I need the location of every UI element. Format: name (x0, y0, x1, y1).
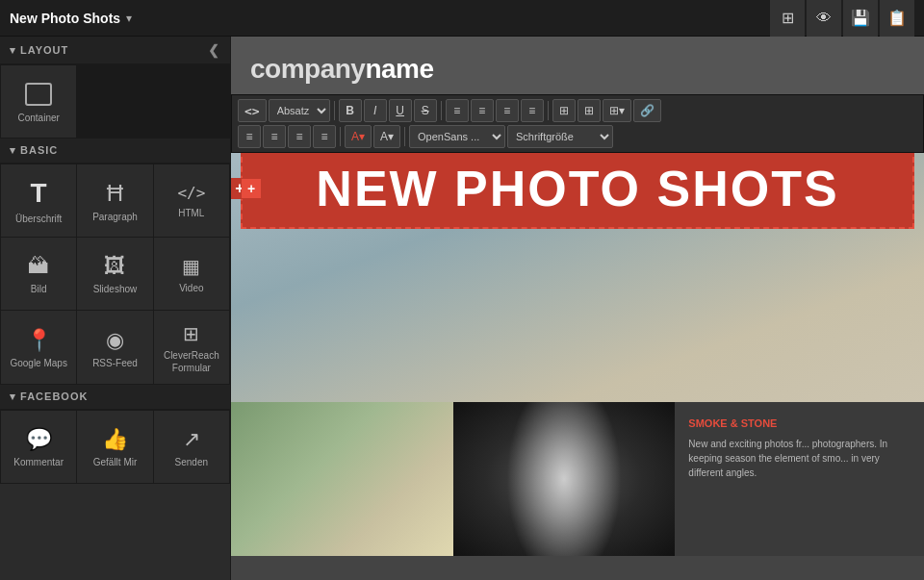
align-justify-button[interactable]: ≡ (313, 125, 336, 148)
bild-icon: 🏔 (28, 256, 49, 277)
slideshow-label: Slideshow (93, 283, 138, 295)
sidebar-collapse-btn[interactable]: ❮ (208, 42, 220, 58)
rssfeed-label: RSS-Feed (92, 357, 138, 369)
main-layout: ▾ LAYOUT ❮ Container ▾ BASIC T Überschri… (0, 37, 924, 580)
font-family-select[interactable]: OpenSans ... (409, 125, 505, 148)
table-button[interactable]: ⊞ (578, 99, 601, 122)
photo-background: <> Absatz B I U S ≡ ≡ ≡ ≡ ⊞ ⊞ (231, 94, 924, 556)
align-center-button[interactable]: ≡ (263, 125, 286, 148)
sidebar: ▾ LAYOUT ❮ Container ▾ BASIC T Überschri… (0, 37, 231, 580)
widget-gefaellt[interactable]: 👍 Gefällt Mir (77, 411, 152, 483)
title-dropdown-arrow[interactable]: ▾ (126, 12, 132, 25)
top-bar-icons: ⊞ 👁 💾 📋 (770, 0, 914, 37)
company-name-bold: name (365, 54, 433, 84)
layout-section-header: ▾ LAYOUT ❮ (0, 37, 230, 64)
content-area: companyname <> Absatz B I U S (231, 37, 924, 580)
kommentar-label: Kommentar (13, 456, 64, 468)
grid-view-button[interactable]: ⊞ (770, 0, 805, 37)
strikethrough-button[interactable]: S (414, 99, 437, 122)
image-button[interactable]: ⊞ (552, 99, 576, 122)
widget-html[interactable]: </> HTML (154, 164, 229, 237)
bold-button[interactable]: B (339, 99, 362, 122)
rssfeed-icon: ◉ (106, 330, 124, 351)
widget-container[interactable]: Container (1, 65, 76, 138)
html-label: HTML (178, 207, 204, 219)
indent-button[interactable]: ≡ (521, 99, 544, 122)
bg-color-button[interactable]: A▾ (373, 125, 400, 148)
unordered-list-button[interactable]: ≡ (446, 99, 469, 122)
googlemaps-label: Google Maps (10, 357, 66, 369)
italic-button[interactable]: I (364, 99, 387, 122)
facebook-widget-grid: 💬 Kommentar 👍 Gefällt Mir ↗ Senden (0, 410, 230, 484)
gefaellt-label: Gefällt Mir (93, 456, 138, 468)
googlemaps-icon: 📍 (26, 330, 52, 351)
smoke-visual (490, 402, 638, 556)
facebook-section-header: ▾ FACEBOOK (0, 385, 230, 410)
toolbar-sep-2 (441, 101, 442, 120)
align-right-button[interactable]: ≡ (288, 125, 311, 148)
kommentar-icon: 💬 (26, 429, 52, 450)
toolbar-sep-1 (334, 101, 335, 120)
video-label: Video (179, 282, 203, 294)
widget-kommentar[interactable]: 💬 Kommentar (1, 411, 76, 483)
cleverreach-icon: ⊞ (183, 324, 199, 343)
font-color-button[interactable]: A▾ (345, 125, 372, 148)
align-left-button[interactable]: ≡ (238, 125, 261, 148)
tile3-title: SMOKE & STONE (688, 417, 911, 429)
top-bar: New Photo Shots ▾ ⊞ 👁 💾 📋 (0, 0, 924, 37)
editor-toolbar: <> Absatz B I U S ≡ ≡ ≡ ≡ ⊞ ⊞ (231, 94, 924, 153)
paragraph-label: Paragraph (92, 211, 138, 223)
selected-text-element[interactable]: + NEW PHOTO SHOTS (241, 147, 914, 229)
basic-widget-grid: T Überschrift Ħ Paragraph </> HTML 🏔 Bil… (0, 164, 230, 385)
basic-section-label: ▾ BASIC (10, 144, 58, 157)
bild-label: Bild (31, 283, 47, 295)
widget-senden[interactable]: ↗ Senden (154, 411, 229, 483)
code-view-button[interactable]: <> (238, 99, 267, 122)
slideshow-icon: 🖼 (104, 256, 125, 277)
senden-icon: ↗ (183, 429, 200, 450)
add-element-btn[interactable]: + (242, 179, 261, 198)
facebook-section-label: ▾ FACEBOOK (10, 391, 88, 403)
widget-uberschrift[interactable]: T Überschrift (1, 164, 76, 237)
toolbar-sep-3 (548, 101, 549, 120)
widget-rssfeed[interactable]: ◉ RSS-Feed (77, 311, 152, 384)
widget-paragraph[interactable]: Ħ Paragraph (77, 164, 152, 237)
widget-cleverreach[interactable]: ⊞ CleverReach Formular (154, 311, 229, 384)
preview-button[interactable]: 👁 (807, 0, 841, 37)
font-size-select[interactable]: Schriftgröße (507, 125, 613, 148)
company-name: companyname (250, 54, 905, 85)
document-title: New Photo Shots (10, 11, 120, 26)
cleverreach-label: CleverReach Formular (162, 349, 221, 374)
toolbar-sep-5 (404, 127, 405, 146)
toolbar-sep-4 (340, 127, 341, 146)
ordered-list-button[interactable]: ≡ (471, 99, 494, 122)
company-name-light: company (250, 54, 365, 84)
link-button[interactable]: 🔗 (633, 99, 661, 122)
html-icon: </> (177, 186, 205, 201)
widget-video[interactable]: ▦ Video (154, 238, 229, 310)
photo-headline-text: NEW PHOTO SHOTS (316, 160, 838, 217)
save-button[interactable]: 💾 (843, 0, 878, 37)
underline-button[interactable]: U (389, 99, 412, 122)
company-name-area: companyname (231, 37, 924, 94)
uberschrift-label: Überschrift (15, 213, 62, 225)
top-bar-left: New Photo Shots ▾ (10, 11, 132, 26)
video-icon: ▦ (182, 257, 200, 276)
layout-section-label: ▾ LAYOUT (10, 44, 68, 57)
paragraph-icon: Ħ (107, 182, 123, 205)
layout-widget-grid: Container (0, 64, 230, 139)
basic-section-header: ▾ BASIC (0, 139, 230, 164)
container-icon (25, 83, 52, 106)
widget-googlemaps[interactable]: 📍 Google Maps (1, 311, 76, 384)
widget-bild[interactable]: 🏔 Bild (1, 238, 76, 310)
widget-slideshow[interactable]: 🖼 Slideshow (77, 238, 152, 310)
publish-button[interactable]: 📋 (880, 0, 914, 37)
paragraph-select[interactable]: Absatz (269, 99, 330, 122)
outdent-button[interactable]: ≡ (496, 99, 519, 122)
container-label: Container (17, 112, 59, 124)
senden-label: Senden (175, 456, 208, 468)
bottom-photo-strip: SMOKE & STONE New and exciting photos fr… (231, 402, 924, 556)
grid-button[interactable]: ⊞▾ (603, 99, 631, 122)
toolbar-row-1: <> Absatz B I U S ≡ ≡ ≡ ≡ ⊞ ⊞ (238, 99, 917, 122)
gefaellt-icon: 👍 (102, 429, 128, 450)
